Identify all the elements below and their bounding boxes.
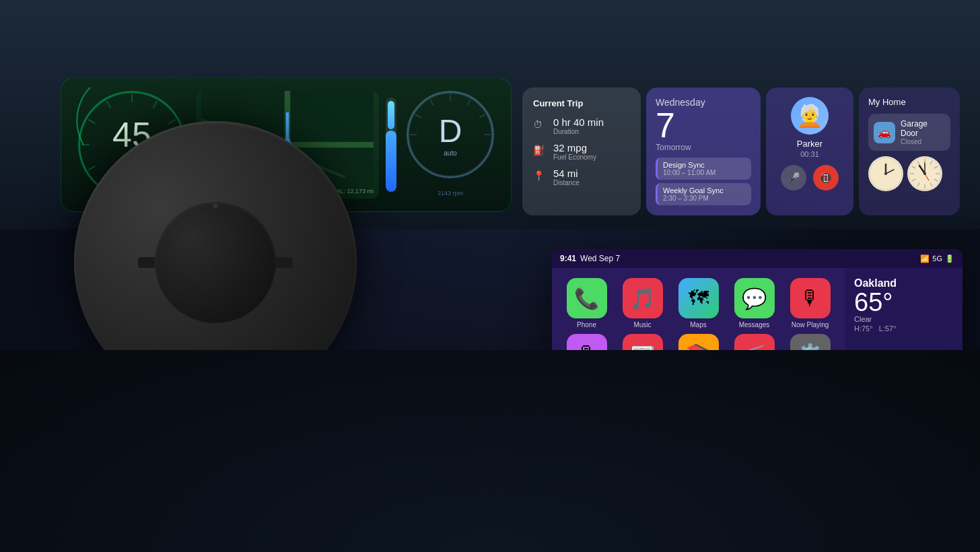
battery-icon: 🔋: [945, 254, 954, 263]
garage-name: Garage Door: [901, 119, 945, 138]
signal-icon: 📶: [920, 254, 930, 263]
range-fill: [386, 131, 396, 192]
garage-text: Garage Door Closed: [901, 119, 945, 145]
messages-icon: 💬: [734, 278, 775, 318]
clock-pair: [868, 156, 950, 191]
gear-value: D: [439, 112, 462, 149]
clock-icon: ⏱: [533, 119, 547, 133]
calendar-sub: Tomorrow: [656, 143, 751, 152]
gear-mode: auto: [444, 149, 456, 157]
status-time: 9:41: [560, 254, 576, 263]
carplay-statusbar: 9:41 Wed Sep 7 📶 5G 🔋: [552, 249, 963, 268]
home-widget: My Home 🚗 Garage Door Closed: [859, 88, 960, 215]
gear-circle: D auto: [407, 91, 494, 178]
calendar-event-2: Weekly Goal Sync 2:30 – 3:30 PM: [656, 183, 751, 205]
svg-point-27: [884, 172, 887, 175]
app-music[interactable]: 🎵 Music: [623, 278, 663, 329]
weather-condition: Clear: [854, 315, 953, 323]
avatar-emoji: 🧑‍🦳: [796, 103, 823, 129]
garage-status: Closed: [901, 138, 945, 145]
nowplaying-icon: 🎙: [790, 278, 831, 318]
range-bar: [386, 98, 396, 192]
trip-duration-value: 0 hr 40 min: [553, 116, 604, 128]
signal-text: 5G: [932, 254, 942, 263]
weather-range: H:75° L:57°: [854, 324, 953, 333]
trip-economy-value: 32 mpg: [553, 142, 596, 153]
fuel-icon: ⛽: [533, 145, 547, 158]
maps-icon: 🗺: [678, 278, 719, 318]
trip-economy-row: ⛽ 32 mpg Fuel Economy: [533, 142, 630, 161]
app-messages[interactable]: 💬 Messages: [734, 278, 775, 329]
phone-label: Phone: [577, 321, 596, 329]
cal-event-1-title: Design Sync: [663, 161, 746, 169]
cal-event-1-time: 10:00 – 11:00 AM: [663, 169, 746, 176]
music-label: Music: [633, 321, 651, 329]
maps-label: Maps: [690, 321, 706, 329]
steering-wheel-hub: ⊕: [155, 202, 276, 323]
messages-label: Messages: [739, 321, 770, 329]
trip-distance-row: 📍 54 mi Distance: [533, 168, 630, 186]
garage-door-item[interactable]: 🚗 Garage Door Closed: [868, 114, 950, 151]
trip-widget: Current Trip ⏱ 0 hr 40 min Duration ⛽ 32…: [522, 88, 641, 215]
avatar: 🧑‍🦳: [791, 97, 829, 135]
call-buttons: 🎤 📵: [781, 165, 839, 191]
end-call-button[interactable]: 📵: [813, 165, 839, 191]
call-duration: 00:31: [800, 150, 819, 158]
svg-point-45: [923, 172, 926, 175]
home-title: My Home: [868, 97, 950, 107]
widget-panel: Current Trip ⏱ 0 hr 40 min Duration ⛽ 32…: [522, 88, 960, 215]
calendar-widget: Wednesday 7 Tomorrow Design Sync 10:00 –…: [646, 88, 761, 215]
analog-clock-2: [907, 156, 942, 191]
calendar-date: 7: [656, 108, 751, 143]
trip-title: Current Trip: [533, 98, 630, 108]
weather-high: H:75°: [854, 324, 873, 333]
trip-duration-label: Duration: [553, 128, 604, 135]
phone-icon: 📞: [567, 278, 607, 318]
car-bottom: [0, 350, 980, 552]
calendar-event-1: Design Sync 10:00 – 11:00 AM: [656, 158, 751, 180]
nowplaying-label: Now Playing: [792, 321, 829, 329]
mute-button[interactable]: 🎤: [781, 165, 806, 191]
app-phone[interactable]: 📞 Phone: [567, 278, 607, 329]
weather-temp: 65°: [854, 289, 953, 315]
garage-icon: 🚗: [874, 122, 895, 143]
rpm-display: 2143 rpm: [403, 190, 497, 197]
weather-low: L:57°: [879, 324, 897, 333]
analog-clock-1: [868, 156, 903, 191]
app-maps[interactable]: 🗺 Maps: [678, 278, 719, 329]
app-row-1: 📞 Phone 🎵 Music 🗺 Maps 💬 Messages 🎙: [559, 278, 838, 329]
cal-event-2-time: 2:30 – 3:30 PM: [663, 195, 746, 202]
distance-icon: 📍: [533, 170, 547, 184]
trip-distance-label: Distance: [553, 179, 580, 186]
gear-gauge: D auto 2143 rpm: [403, 88, 497, 202]
status-date: Wed Sep 7: [580, 254, 620, 263]
music-icon: 🎵: [623, 278, 663, 318]
call-widget: 🧑‍🦳 Parker 00:31 🎤 📵: [766, 88, 853, 215]
app-nowplaying[interactable]: 🎙 Now Playing: [790, 278, 831, 329]
trip-duration-row: ⏱ 0 hr 40 min Duration: [533, 116, 630, 135]
trip-economy-label: Fuel Economy: [553, 153, 596, 161]
status-right: 📶 5G 🔋: [920, 254, 954, 263]
caller-name: Parker: [797, 139, 823, 149]
cal-event-2-title: Weekly Goal Sync: [663, 186, 746, 195]
trip-distance-value: 54 mi: [553, 168, 580, 179]
